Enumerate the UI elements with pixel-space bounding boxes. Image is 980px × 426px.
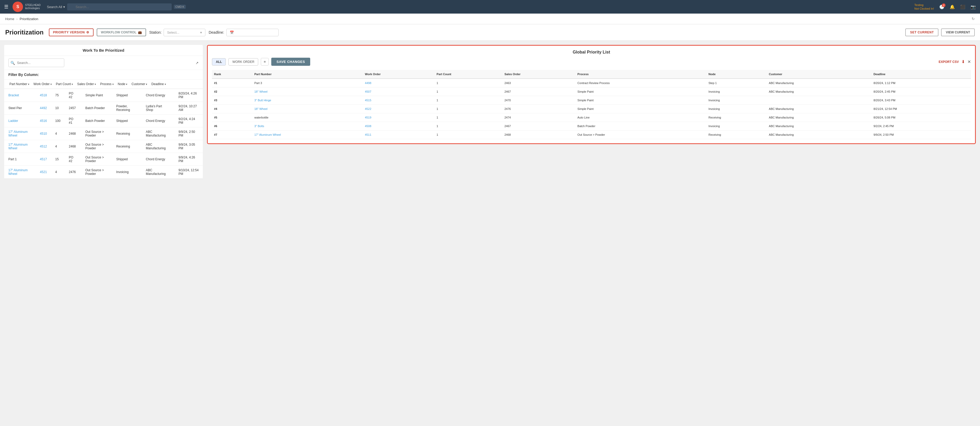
tab-work-order-button[interactable]: WORK ORDER [228,58,258,65]
cell-rank: #3 [212,96,252,105]
cell-sales-order: 2463 [502,79,575,87]
expand-icon[interactable]: ↗ [196,61,199,65]
cell-sales-order: 2467 [502,87,575,96]
hamburger-menu-icon[interactable]: ☰ [4,4,8,10]
table-row: Steel Pier 4492 10 2457 Batch Powder Pow… [4,102,203,115]
search-all-label[interactable]: Search All ▾ [47,5,65,9]
filter-col-node[interactable]: Node▾ [117,82,129,86]
briefcase-icon: 💼 [138,30,142,34]
filter-col-customer[interactable]: Customer▾ [130,82,148,86]
workflow-control-button[interactable]: WORKFLOW CONTROL 💼 [97,29,146,36]
cell-work-order[interactable]: 4515 [363,96,434,105]
cell-part-count: 75 [51,89,65,102]
cell-work-order[interactable]: 4517 [36,153,51,166]
right-panel-header: ALL WORK ORDER ≡ SAVE CHANGES EXPORT CSV… [212,58,971,66]
filter-col-sales-order[interactable]: Sales Order▾ [76,82,97,86]
cell-part-name[interactable]: 17" Aluminum Wheel [4,127,36,140]
search-input[interactable] [67,3,172,10]
table-row: 17" Aluminum Wheel 4521 4 2476 Out Sourc… [4,166,203,179]
cell-part-name[interactable]: 17" Aluminum Wheel [4,140,36,153]
cell-work-order[interactable]: 4522 [363,105,434,113]
cell-sales-order: 2470 [502,96,575,105]
nav-logo: S STEELHEAD technologies [13,2,40,12]
cell-part-name[interactable]: Ladder [4,115,36,127]
cell-part-count: 1 [434,79,503,87]
export-csv-button[interactable]: EXPORT CSV [939,60,959,64]
cell-sales-order: 2457 [65,102,81,115]
cell-customer: ABC Manufacturing [142,166,174,179]
cell-part-name[interactable]: 17" Aluminum Wheel [252,130,363,139]
cell-part-name[interactable]: 3" Bolts [252,122,363,130]
deadline-input[interactable]: 📅 [226,29,278,36]
cell-customer: Chord Energy [142,89,174,102]
cell-part-count: 4 [51,140,65,153]
save-changes-button[interactable]: SAVE CHANGES [271,58,310,66]
filter-col-work-order[interactable]: Work Order▾ [32,82,53,86]
cell-process: Simple Paint [576,87,706,96]
header-right-buttons: SET CURRENT VIEW CURRENT [905,29,975,36]
main-content: Work To Be Prioritized 🔍 ↗ Filter By Col… [0,41,980,183]
cell-sales-order: PO #1 [65,115,81,127]
cell-work-order[interactable]: 4508 [363,122,434,130]
cell-sales-order: 2474 [502,113,575,122]
cell-part-name[interactable]: 18" Wheel [252,87,363,96]
cell-node: Shipped [112,115,142,127]
view-current-button[interactable]: VIEW CURRENT [941,29,975,36]
cell-part-count: 1 [434,87,503,96]
filter-arrow-icon: ▾ [165,83,166,86]
filter-col-part-number[interactable]: Part Number▾ [8,82,30,86]
logout-icon[interactable]: ⬛ [960,5,966,10]
breadcrumb-home[interactable]: Home [5,17,14,21]
cell-node: Invoicing [706,122,767,130]
cell-work-order[interactable]: 4516 [36,115,51,127]
menu-icon-button[interactable]: ≡ [261,58,269,65]
cell-work-order[interactable]: 4512 [36,140,51,153]
cell-sales-order: 2468 [65,127,81,140]
filter-col-part-count[interactable]: Part Count▾ [55,82,74,86]
cell-part-name[interactable]: 3" Butt Hinge [252,96,363,105]
table-row: 17" Aluminum Wheel 4512 4 2468 Out Sourc… [4,140,203,153]
filter-arrow-icon: ▾ [51,83,52,86]
page-header: Prioritization PRIORITY VERSION ⚙ WORKFL… [0,24,980,41]
breadcrumb-separator: › [16,17,18,21]
cell-deadline: 9/9/24, 2:50 PM [174,127,203,140]
filter-col-deadline[interactable]: Deadline▾ [150,82,167,86]
download-icon-button[interactable]: ⬇ [961,59,965,64]
cell-part-name[interactable]: 17" Aluminum Wheel [4,166,36,179]
right-table: Rank Part Number Work Order Part Count S… [212,70,971,139]
top-nav: ☰ S STEELHEAD technologies Search All ▾ … [0,0,980,14]
camera-icon[interactable]: 📷 [970,5,976,10]
cell-part-name[interactable]: Bracket [4,89,36,102]
set-current-button[interactable]: SET CURRENT [905,29,939,36]
clock-icon[interactable]: 🕐 0 [939,5,945,10]
cell-work-order[interactable]: 4511 [363,130,434,139]
table-row: #3 3" Butt Hinge 4515 1 2470 Simple Pain… [212,96,971,105]
cell-part-count: 1 [434,96,503,105]
cell-part-count: 1 [434,113,503,122]
station-select[interactable]: Select... ▾ [164,29,205,36]
cell-work-order[interactable]: 4519 [363,113,434,122]
left-panel: Work To Be Prioritized 🔍 ↗ Filter By Col… [4,45,203,179]
table-row: #1 Part 3 4498 1 2463 Contract Review Pr… [212,79,971,87]
cell-node: Invoicing [706,87,767,96]
left-search-input[interactable] [8,59,64,67]
cell-part-name[interactable]: 18" Wheel [252,105,363,113]
cell-work-order[interactable]: 4518 [36,89,51,102]
close-panel-button[interactable]: ✕ [967,59,971,64]
cell-work-order[interactable]: 4510 [36,127,51,140]
right-panel-title: Global Priority List [212,50,971,55]
table-row: #6 3" Bolts 4508 1 2467 Batch Powder Inv… [212,122,971,130]
refresh-icon[interactable]: ↻ [972,17,975,21]
cell-work-order[interactable]: 4521 [36,166,51,179]
filter-col-process[interactable]: Process▾ [99,82,115,86]
cell-work-order[interactable]: 4498 [363,79,434,87]
tab-all-button[interactable]: ALL [212,58,226,65]
cell-process: Simple Paint [576,96,706,105]
cell-sales-order: 2468 [65,140,81,153]
cell-customer: ABC Manufacturing [767,87,871,96]
notification-bell-icon[interactable]: 🔔 [950,5,955,10]
cell-part-name: Part 1 [4,153,36,166]
cell-work-order[interactable]: 4492 [36,102,51,115]
priority-version-button[interactable]: PRIORITY VERSION ⚙ [49,29,94,36]
cell-work-order[interactable]: 4507 [363,87,434,96]
